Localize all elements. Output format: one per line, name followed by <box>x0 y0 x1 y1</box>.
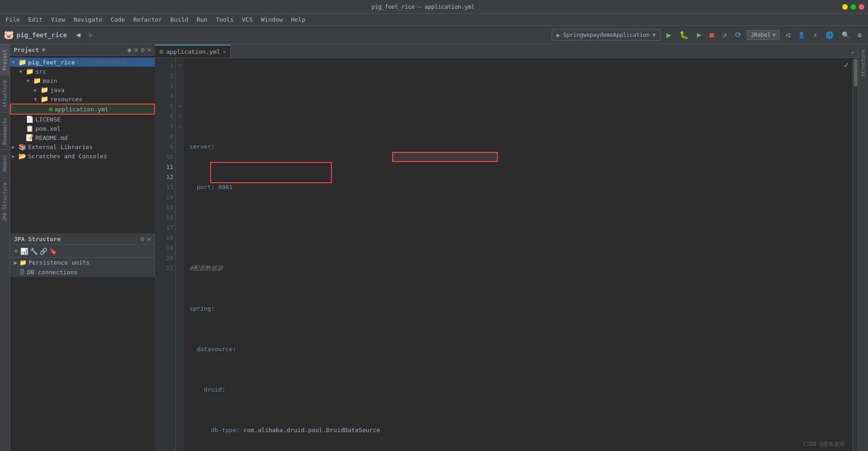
fold-arrow-7[interactable]: ⊟ <box>176 121 184 132</box>
window-controls <box>842 4 864 10</box>
run-coverage-btn[interactable]: ▶ <box>694 29 704 41</box>
jrebel-btn[interactable]: JRebel ▼ <box>747 30 780 40</box>
run-config-icon: ▶ <box>557 31 560 39</box>
menu-code[interactable]: Code <box>107 15 129 24</box>
menu-help[interactable]: Help <box>287 15 309 24</box>
menu-refactor[interactable]: Refactor <box>130 15 166 24</box>
tree-main[interactable]: ▼ 📁 main <box>10 76 155 85</box>
left-panel: Project ▼ ◉ ≡ ⚙ ✕ ▼ 📁 pig_feet_rice F:\学… <box>10 44 155 451</box>
debug-btn[interactable]: 🐛 <box>677 29 691 41</box>
jpa-toolbar: + 📊 🔧 🔗 🔖 <box>10 245 154 258</box>
editor-scrollbar[interactable] <box>852 58 858 451</box>
run-btn[interactable]: ▶ <box>663 28 674 41</box>
toolbar: 🐷 pig_feet_rice ◀ ▶ ▶ SpringwxpaydemoApp… <box>0 26 868 44</box>
gutter: ⊟ ⊟ ⊟ ⊟ <box>176 58 184 451</box>
jpa-side-tab[interactable]: JPA Structure <box>0 177 10 226</box>
minimize-btn[interactable] <box>842 4 848 10</box>
right-vert-tabs: Structure <box>858 44 868 451</box>
ext-libs-arrow: ▶ <box>12 145 17 150</box>
project-label: Project <box>14 46 39 53</box>
maximize-btn[interactable] <box>851 4 856 10</box>
resources-folder-icon: 📁 <box>40 95 48 103</box>
title-bar: pig_feet_rice – application.yml <box>0 0 868 14</box>
tree-readme[interactable]: 📝 README.md <box>10 133 155 142</box>
root-name: pig_feet_rice <box>28 59 75 66</box>
readme-label: README.md <box>35 134 68 141</box>
tree-src[interactable]: ▼ 📁 src <box>10 67 155 76</box>
menu-build[interactable]: Build <box>167 15 192 24</box>
pom-label: pom.xml <box>35 125 61 132</box>
project-locate-btn[interactable]: ◉ <box>127 46 131 53</box>
power-btn[interactable]: ⚡ <box>811 29 820 40</box>
fold-arrow-5[interactable]: ⊟ <box>176 101 184 111</box>
reload-btn[interactable]: ⟳ <box>732 29 744 41</box>
close-btn[interactable] <box>859 4 864 10</box>
tree-ext-libs[interactable]: ▶ 📚 External Libraries <box>10 142 155 151</box>
editor-tab-yml[interactable]: ⚙ application.yml ✕ <box>155 45 231 58</box>
yml-label: application.yml <box>54 106 108 113</box>
tree-scratches[interactable]: ▶ 📂 Scratches and Consoles <box>10 151 155 161</box>
bookmarks-tab[interactable]: Bookmarks <box>0 112 10 150</box>
jrebel-arrow: ▼ <box>772 32 776 38</box>
tree-pom[interactable]: 📋 pom.xml <box>10 124 155 133</box>
menu-vcs[interactable]: VCS <box>238 15 256 24</box>
menu-edit[interactable]: Edit <box>24 15 46 24</box>
tree-application-yml[interactable]: ⚙ application.yml <box>10 104 155 115</box>
editor-code[interactable]: server: port: 8081 #配置数据源 spring: dataso… <box>184 58 852 451</box>
menu-run[interactable]: Run <box>193 15 211 24</box>
jpa-close-btn[interactable]: ✕ <box>147 235 151 243</box>
jpa-db-connections[interactable]: 🗄 DB connections <box>10 267 154 277</box>
code-line-6: datasource: <box>189 344 847 354</box>
tree-java[interactable]: ▶ 📁 java <box>10 85 155 94</box>
jpa-title: JPA Structure <box>14 236 61 243</box>
run-config-dropdown[interactable]: ▶ SpringwxpaydemoApplication ▼ <box>552 29 661 40</box>
fold-arrow-1[interactable]: ⊟ <box>176 61 184 71</box>
menu-tools[interactable]: Tools <box>212 15 237 24</box>
root-folder-icon: 📁 <box>18 58 26 66</box>
jpa-chart-btn[interactable]: 📊 <box>20 248 28 255</box>
stop-btn[interactable]: ■ <box>707 29 717 41</box>
project-collapse-btn[interactable]: ≡ <box>134 46 138 53</box>
tree-resources[interactable]: ▼ 📁 resources <box>10 94 155 104</box>
watermark-text: CSDN @墨鱼老师 <box>803 439 845 449</box>
rebuild-btn[interactable]: ↺ <box>720 29 730 41</box>
structure-tab[interactable]: Structure <box>0 75 10 112</box>
menu-window[interactable]: Window <box>257 15 286 24</box>
license-file-icon: 📄 <box>26 116 34 123</box>
menu-navigate[interactable]: Navigate <box>70 15 106 24</box>
next-change-btn[interactable]: 👤 <box>795 30 808 40</box>
tree-license[interactable]: 📄 LICENSE <box>10 115 155 124</box>
tab-close-btn[interactable]: ✕ <box>223 49 226 55</box>
tree-root[interactable]: ▼ 📁 pig_feet_rice F:\学灯网录制的视频... <box>10 58 155 67</box>
prev-change-btn[interactable]: ◁ <box>782 29 793 41</box>
yml-file-icon: ⚙ <box>49 105 52 113</box>
jpa-bookmark-btn[interactable]: 🔖 <box>49 248 57 255</box>
jpa-gear-btn[interactable]: ⚙ <box>140 235 144 243</box>
project-tab[interactable]: Project <box>0 44 10 75</box>
jrebel-side-tab[interactable]: JRebel <box>0 150 10 178</box>
settings-btn[interactable]: ⚙ <box>855 29 864 40</box>
jpa-wrench-btn[interactable]: 🔧 <box>30 248 38 255</box>
scratches-icon: 📂 <box>18 152 26 160</box>
scrollbar-thumb[interactable] <box>854 59 857 87</box>
menu-file[interactable]: File <box>2 15 23 24</box>
project-close-btn[interactable]: ✕ <box>148 46 151 53</box>
jpa-add-btn[interactable]: + <box>14 247 18 255</box>
tab-more-btn[interactable]: » <box>847 47 858 58</box>
jpa-connect-btn[interactable]: 🔗 <box>40 248 47 255</box>
back-btn[interactable]: ◀ <box>74 29 84 41</box>
root-arrow: ▼ <box>12 60 17 65</box>
fold-arrow-6[interactable]: ⊟ <box>176 111 184 121</box>
jpa-persistence-units[interactable]: ▶ 📁 Persistence units <box>10 258 154 267</box>
project-tree: ▼ 📁 pig_feet_rice F:\学灯网录制的视频... ▼ 📁 src… <box>10 56 155 231</box>
menu-view[interactable]: View <box>47 15 69 24</box>
java-label: java <box>50 87 64 93</box>
right-structure-tab[interactable]: Structure <box>858 44 868 81</box>
search-btn[interactable]: 🔍 <box>839 29 852 40</box>
code-line-2: port: 8081 <box>189 182 847 192</box>
scratches-label: Scratches and Consoles <box>28 153 107 160</box>
project-header-arrow: ▼ <box>42 46 46 53</box>
project-gear-btn[interactable]: ⚙ <box>141 46 144 53</box>
translate-btn[interactable]: 🌐 <box>823 29 836 40</box>
forward-btn[interactable]: ▶ <box>86 29 96 41</box>
